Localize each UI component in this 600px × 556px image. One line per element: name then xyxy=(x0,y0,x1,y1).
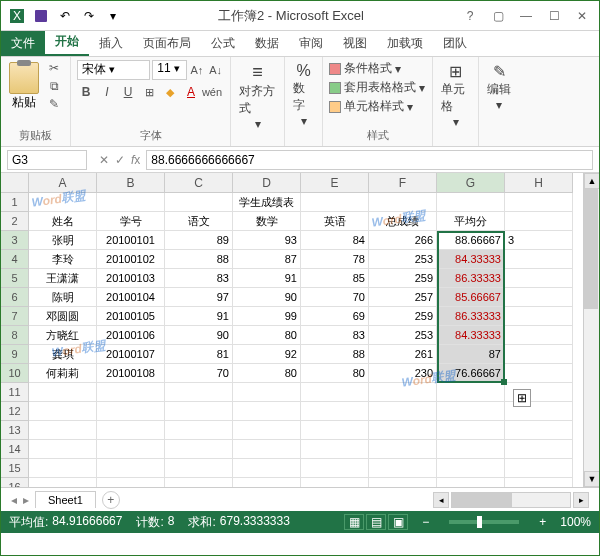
tab-insert[interactable]: 插入 xyxy=(89,31,133,56)
tab-team[interactable]: 团队 xyxy=(433,31,477,56)
cell-3-C[interactable]: 89 xyxy=(165,231,233,250)
scroll-down-icon[interactable]: ▼ xyxy=(584,471,599,487)
col-header-B[interactable]: B xyxy=(97,173,165,193)
cell-8-A[interactable]: 方晓红 xyxy=(29,326,97,345)
cell-7-D[interactable]: 99 xyxy=(233,307,301,326)
cell-4-G[interactable]: 84.33333 xyxy=(437,250,505,269)
cell-15-B[interactable] xyxy=(97,459,165,478)
select-all-corner[interactable] xyxy=(1,173,29,193)
cell-10-D[interactable]: 80 xyxy=(233,364,301,383)
tab-review[interactable]: 审阅 xyxy=(289,31,333,56)
help-icon[interactable]: ? xyxy=(461,7,479,25)
cell-12-D[interactable] xyxy=(233,402,301,421)
cell-1-B[interactable] xyxy=(97,193,165,212)
cell-2-A[interactable]: 姓名 xyxy=(29,212,97,231)
undo-icon[interactable]: ↶ xyxy=(55,6,75,26)
cell-10-B[interactable]: 20100108 xyxy=(97,364,165,383)
col-header-H[interactable]: H xyxy=(505,173,573,193)
cell-16-A[interactable] xyxy=(29,478,97,487)
cell-12-G[interactable] xyxy=(437,402,505,421)
phonetic-icon[interactable]: wén xyxy=(203,83,221,101)
cell-16-B[interactable] xyxy=(97,478,165,487)
cell-5-A[interactable]: 王潇潇 xyxy=(29,269,97,288)
cell-11-F[interactable] xyxy=(369,383,437,402)
cell-6-D[interactable]: 90 xyxy=(233,288,301,307)
view-normal-icon[interactable]: ▦ xyxy=(344,514,364,530)
vertical-scrollbar[interactable]: ▲ ▼ xyxy=(583,173,599,487)
cell-3-H[interactable]: 3 xyxy=(505,231,573,250)
cell-12-F[interactable] xyxy=(369,402,437,421)
cell-15-A[interactable] xyxy=(29,459,97,478)
cell-7-A[interactable]: 邓圆圆 xyxy=(29,307,97,326)
scroll-right-icon[interactable]: ▸ xyxy=(573,492,589,508)
cell-5-D[interactable]: 91 xyxy=(233,269,301,288)
cell-2-F[interactable]: 总成绩 xyxy=(369,212,437,231)
format-painter-icon[interactable]: ✎ xyxy=(45,96,63,112)
sheet-nav-prev-icon[interactable]: ◂ xyxy=(11,493,17,507)
format-table-button[interactable]: 套用表格格式 ▾ xyxy=(329,79,426,96)
cell-9-C[interactable]: 81 xyxy=(165,345,233,364)
bold-icon[interactable]: B xyxy=(77,83,95,101)
cell-15-F[interactable] xyxy=(369,459,437,478)
cell-8-B[interactable]: 20100106 xyxy=(97,326,165,345)
cell-13-E[interactable] xyxy=(301,421,369,440)
cut-icon[interactable]: ✂ xyxy=(45,60,63,76)
cell-5-C[interactable]: 83 xyxy=(165,269,233,288)
horizontal-scrollbar[interactable]: ◂ ▸ xyxy=(126,492,589,508)
cell-14-H[interactable] xyxy=(505,440,573,459)
cell-1-A[interactable] xyxy=(29,193,97,212)
font-size-select[interactable]: 11 ▾ xyxy=(152,60,186,80)
cell-14-C[interactable] xyxy=(165,440,233,459)
cell-3-E[interactable]: 84 xyxy=(301,231,369,250)
cell-14-A[interactable] xyxy=(29,440,97,459)
enter-formula-icon[interactable]: ✓ xyxy=(115,153,125,167)
cell-1-G[interactable] xyxy=(437,193,505,212)
sheet-nav-next-icon[interactable]: ▸ xyxy=(23,493,29,507)
fill-color-icon[interactable]: ◆ xyxy=(161,83,179,101)
cell-13-G[interactable] xyxy=(437,421,505,440)
cell-11-D[interactable] xyxy=(233,383,301,402)
cell-10-F[interactable]: 230 xyxy=(369,364,437,383)
row-header-14[interactable]: 14 xyxy=(1,440,29,459)
cell-7-B[interactable]: 20100105 xyxy=(97,307,165,326)
cell-9-B[interactable]: 20100107 xyxy=(97,345,165,364)
cell-4-A[interactable]: 李玲 xyxy=(29,250,97,269)
row-header-2[interactable]: 2 xyxy=(1,212,29,231)
col-header-F[interactable]: F xyxy=(369,173,437,193)
name-box[interactable]: G3 xyxy=(7,150,87,170)
cell-9-G[interactable]: 87 xyxy=(437,345,505,364)
cell-9-F[interactable]: 261 xyxy=(369,345,437,364)
row-header-7[interactable]: 7 xyxy=(1,307,29,326)
editing-button[interactable]: ✎ 编辑▾ xyxy=(485,60,513,114)
conditional-format-button[interactable]: 条件格式 ▾ xyxy=(329,60,426,77)
cell-12-B[interactable] xyxy=(97,402,165,421)
cell-6-F[interactable]: 257 xyxy=(369,288,437,307)
cell-3-G[interactable]: 88.66667 xyxy=(437,231,505,250)
tab-view[interactable]: 视图 xyxy=(333,31,377,56)
cell-16-E[interactable] xyxy=(301,478,369,487)
cell-7-C[interactable]: 91 xyxy=(165,307,233,326)
excel-icon[interactable]: X xyxy=(7,6,27,26)
cell-12-E[interactable] xyxy=(301,402,369,421)
underline-icon[interactable]: U xyxy=(119,83,137,101)
tab-data[interactable]: 数据 xyxy=(245,31,289,56)
cell-5-G[interactable]: 86.33333 xyxy=(437,269,505,288)
zoom-in-icon[interactable]: + xyxy=(539,515,546,529)
cell-16-D[interactable] xyxy=(233,478,301,487)
cell-5-H[interactable] xyxy=(505,269,573,288)
col-header-C[interactable]: C xyxy=(165,173,233,193)
row-header-15[interactable]: 15 xyxy=(1,459,29,478)
minimize-icon[interactable]: — xyxy=(517,7,535,25)
col-header-D[interactable]: D xyxy=(233,173,301,193)
cell-6-B[interactable]: 20100104 xyxy=(97,288,165,307)
cell-15-H[interactable] xyxy=(505,459,573,478)
cell-styles-button[interactable]: 单元格样式 ▾ xyxy=(329,98,426,115)
cell-11-E[interactable] xyxy=(301,383,369,402)
tab-formulas[interactable]: 公式 xyxy=(201,31,245,56)
tab-layout[interactable]: 页面布局 xyxy=(133,31,201,56)
cell-14-E[interactable] xyxy=(301,440,369,459)
cell-3-D[interactable]: 93 xyxy=(233,231,301,250)
ribbon-options-icon[interactable]: ▢ xyxy=(489,7,507,25)
row-header-8[interactable]: 8 xyxy=(1,326,29,345)
decrease-font-icon[interactable]: A↓ xyxy=(207,61,224,79)
